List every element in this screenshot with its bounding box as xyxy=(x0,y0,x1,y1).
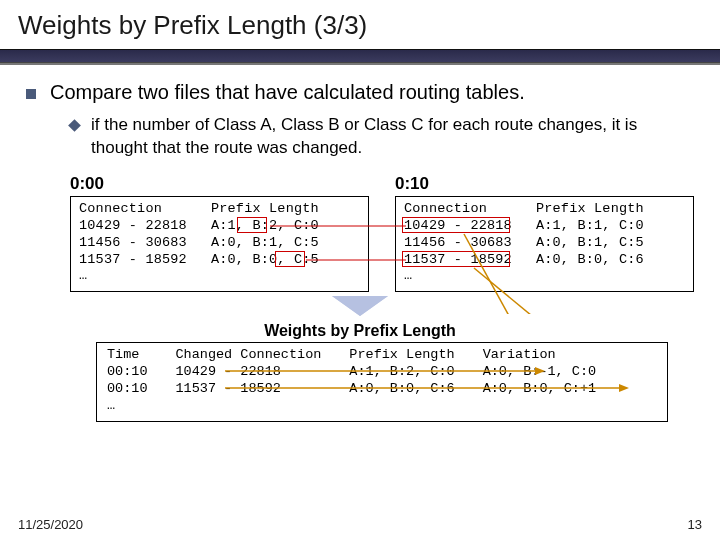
conn-row: 11456 - 30683 xyxy=(79,235,187,250)
svg-marker-7 xyxy=(619,384,629,392)
bullet-level1: Compare two files that have calculated r… xyxy=(26,81,694,104)
bullet1-text: Compare two files that have calculated r… xyxy=(50,81,525,104)
cc-row: 10429 - 22818 xyxy=(176,364,281,379)
pl-row: A:0, B:0, C:5 xyxy=(211,252,319,267)
pl-header: Prefix Length xyxy=(536,201,644,216)
cc-header: Changed Connection xyxy=(176,347,322,362)
conn-row: … xyxy=(79,268,87,283)
pl-row: A:0, B:0, C:6 xyxy=(349,381,454,396)
var-row: A:0, B:0, C:+1 xyxy=(483,381,596,396)
result-title: Weights by Prefix Length xyxy=(26,322,694,340)
bullet-level2: if the number of Class A, Class B or Cla… xyxy=(70,114,694,160)
conn-row: 11537 - 18592 xyxy=(79,252,187,267)
conn-row: 11456 - 30683 xyxy=(404,235,512,250)
pl-row: A:0, B:0, C:6 xyxy=(536,252,644,267)
filebox-right: Connection 10429 - 22818 11456 - 30683 1… xyxy=(395,196,694,292)
conn-header: Connection xyxy=(404,201,487,216)
time-row: 00:10 xyxy=(107,364,148,379)
pl-row: A:1, B:2, C:0 xyxy=(211,218,319,233)
page-title: Weights by Prefix Length (3/3) xyxy=(18,10,720,41)
pl-row: A:1, B:1, C:0 xyxy=(536,218,644,233)
time-row: … xyxy=(107,398,115,413)
time-row: 00:10 xyxy=(107,381,148,396)
conn-row: 10429 - 22818 xyxy=(79,218,187,233)
var-row: A:0, B:-1, C:0 xyxy=(483,364,596,379)
conn-row: … xyxy=(404,268,412,283)
time-header: Time xyxy=(107,347,139,362)
time-label-left: 0:00 xyxy=(70,174,369,194)
title-separator xyxy=(0,49,720,63)
square-bullet-icon xyxy=(26,89,36,99)
pl-row: A:1, B:2, C:0 xyxy=(349,364,454,379)
pl-header: Prefix Length xyxy=(211,201,319,216)
var-header: Variation xyxy=(483,347,556,362)
arrow-down-icon xyxy=(332,296,388,316)
footer-date: 11/25/2020 xyxy=(18,517,83,532)
result-box: Time 00:10 00:10 … Changed Connection 10… xyxy=(96,342,668,422)
cc-row: 11537 - 18592 xyxy=(176,381,281,396)
diamond-bullet-icon xyxy=(68,119,81,132)
conn-row: 11537 - 18592 xyxy=(404,252,512,267)
pl-row: A:0, B:1, C:5 xyxy=(536,235,644,250)
footer-page-number: 13 xyxy=(688,517,702,532)
bullet2-text: if the number of Class A, Class B or Cla… xyxy=(91,114,694,160)
time-label-right: 0:10 xyxy=(395,174,694,194)
pl-row: A:0, B:1, C:5 xyxy=(211,235,319,250)
conn-row: 10429 - 22818 xyxy=(404,218,512,233)
pl-header: Prefix Length xyxy=(349,347,454,362)
conn-header: Connection xyxy=(79,201,162,216)
filebox-left: Connection 10429 - 22818 11456 - 30683 1… xyxy=(70,196,369,292)
